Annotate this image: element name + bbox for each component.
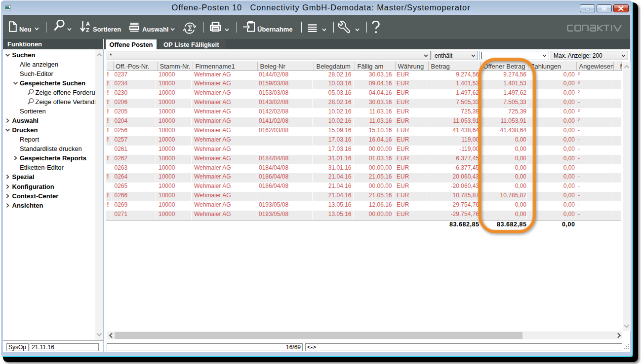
svg-text:Z: Z bbox=[86, 27, 89, 33]
svg-text:A: A bbox=[86, 21, 90, 27]
